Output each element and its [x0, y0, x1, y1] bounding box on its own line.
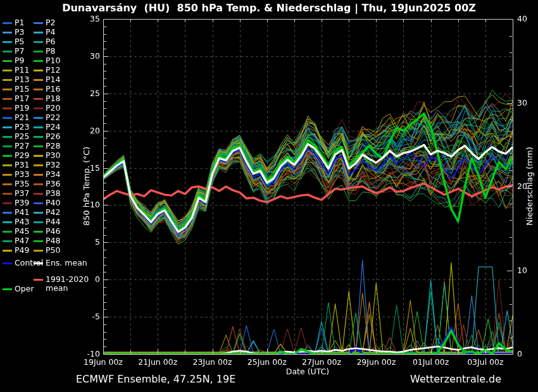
ensemble-meteogram-page: Dunavarsány (HU) 850 hPa Temp. & Nieders…: [0, 0, 538, 392]
footer-model-info: ECMWF Ensemble, 47.25N, 19E: [76, 373, 235, 385]
tick-label-temp--5: -5: [75, 312, 100, 321]
tick-label-precip-30: 30: [517, 98, 527, 107]
legend-label-p50: P50: [46, 246, 60, 255]
legend-label-p20: P20: [46, 104, 60, 113]
legend-label-p48: P48: [46, 236, 60, 245]
legend-swatch-p26: [34, 136, 43, 138]
legend-item-p4: P4: [0, 28, 101, 37]
legend-swatch-p44: [34, 221, 43, 223]
legend-label-p42: P42: [46, 208, 60, 217]
tick-label-temp-25: 25: [75, 89, 100, 98]
tick-label-date-1: 21Jun 00z: [129, 357, 186, 367]
legend-swatch-p20: [34, 107, 43, 109]
tick-label-temp-10: 10: [75, 200, 100, 209]
legend-item-ens-mean: Ens. mean: [0, 259, 101, 268]
legend-swatch-p18: [34, 98, 43, 100]
legend-label-p30: P30: [46, 151, 60, 160]
tick-label-date-2: 23Jun 00z: [184, 357, 241, 367]
legend-swatch-p42: [34, 212, 43, 214]
legend-label-p8: P8: [46, 47, 56, 56]
legend-label-p22: P22: [46, 113, 60, 122]
legend-swatch-p28: [34, 145, 43, 147]
tick-label-date-3: 25Jun 00z: [239, 357, 296, 367]
legend-swatch-p30: [34, 155, 43, 157]
legend-label-p44: P44: [46, 217, 60, 226]
legend-swatch-p36: [34, 183, 43, 185]
tick-label-date-5: 29Jun 00z: [347, 357, 404, 367]
legend-label-p10: P10: [46, 56, 60, 65]
legend-label-p18: P18: [46, 94, 60, 103]
tick-label-temp-20: 20: [75, 126, 100, 135]
legend-label-p28: P28: [46, 142, 60, 150]
legend-label-p12: P12: [46, 66, 60, 75]
legend-label-p32: P32: [46, 161, 60, 169]
legend-swatch-p38: [34, 193, 43, 195]
legend-swatch-p4: [34, 32, 43, 34]
legend-swatch-p6: [34, 41, 43, 43]
legend-swatch-p10: [34, 60, 43, 62]
tick-label-temp-15: 15: [75, 163, 100, 173]
legend-swatch-p2: [34, 22, 43, 24]
legend-swatch-p12: [34, 70, 43, 71]
x-axis-label: Date (UTC): [244, 367, 371, 376]
tick-label-date-0: 19Jun 00z: [75, 357, 132, 367]
legend-label-p4: P4: [46, 28, 56, 37]
legend-swatch-p34: [34, 174, 43, 176]
y-axis-label-temp: 850 hPa Temp. (°C): [82, 117, 91, 256]
legend-swatch-p24: [34, 126, 43, 128]
legend-swatch-p14: [34, 79, 43, 81]
legend-label-p26: P26: [46, 132, 60, 141]
page-title: Dunavarsány (HU) 850 hPa Temp. & Nieders…: [0, 2, 538, 14]
legend-item-p20: P20: [0, 104, 101, 113]
legend-label-p40: P40: [46, 199, 60, 207]
tick-label-precip-0: 0: [517, 349, 522, 358]
legend-label-p24: P24: [46, 123, 60, 132]
legend-label-p6: P6: [46, 37, 56, 46]
tick-label-date-7: 03Jul 00z: [457, 357, 514, 367]
tick-label-precip-40: 40: [517, 14, 527, 23]
legend-item-oper: Oper: [0, 285, 101, 294]
legend-label-p16: P16: [46, 85, 60, 94]
legend-label-p34: P34: [46, 170, 60, 179]
legend-swatch-climate-mean: [34, 279, 43, 281]
legend-swatch-p46: [34, 231, 43, 233]
tick-label-date-4: 27Jun 00z: [293, 357, 350, 367]
legend-label-p38: P38: [46, 189, 60, 198]
legend-item-p14: P14: [0, 75, 101, 85]
legend-swatch-p8: [34, 51, 43, 52]
legend-label-p46: P46: [46, 227, 60, 236]
tick-label-precip-20: 20: [517, 181, 527, 191]
legend-item-p12: P12: [0, 66, 101, 75]
tick-label-date-6: 01Jul 00z: [403, 357, 460, 367]
legend-label-oper: Oper: [15, 285, 34, 293]
tick-label-temp-35: 35: [75, 14, 100, 23]
legend-swatch-p50: [34, 250, 43, 252]
tick-label-temp-5: 5: [75, 237, 100, 247]
legend-swatch-p22: [34, 117, 43, 119]
legend-swatch-p32: [34, 164, 43, 166]
tick-label-precip-10: 10: [517, 266, 527, 275]
legend-swatch-ens-mean: [34, 262, 43, 264]
legend-item-p6: P6: [0, 37, 101, 47]
legend-swatch-p40: [34, 202, 43, 204]
footer-site-name: Wetterzentrale.de: [410, 373, 501, 385]
tick-label-temp-0: 0: [75, 274, 100, 284]
legend-label-p2: P2: [46, 18, 56, 27]
legend-label-ens-mean: Ens. mean: [46, 259, 87, 267]
tick-label-temp-30: 30: [75, 51, 100, 61]
legend-swatch-oper: [3, 288, 12, 290]
legend-label-p14: P14: [46, 75, 60, 84]
legend-swatch-p48: [34, 240, 43, 242]
legend-swatch-p16: [34, 89, 43, 90]
legend-label-p36: P36: [46, 180, 60, 188]
